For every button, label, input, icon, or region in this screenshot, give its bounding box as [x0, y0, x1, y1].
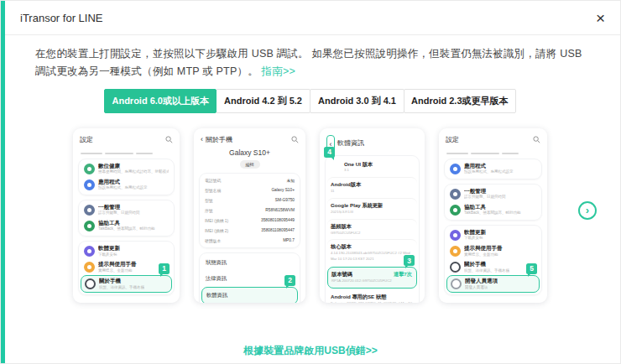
item-title: 關於手機: [464, 261, 509, 268]
list-item: 軟體更新下載及安裝: [446, 227, 540, 243]
about-nav-card: 狀態資訊 法律資訊 2 軟體資訊 電池資訊: [199, 252, 300, 303]
highlighted-build-number-row: 3 版本號碼 連擊7次 RP1A.200720.012.G9750ZCU5FUC…: [327, 267, 417, 289]
list-item: 協助工具TalkBack、螢幕閱讀器、輔助功能: [446, 202, 540, 218]
highlighted-software-info-row: 2 軟體資訊: [201, 287, 298, 303]
settings-group: 軟體更新下載及安裝 提示與使用手冊實用提示、全新功能 關於手機狀態、法律資訊、手…: [444, 225, 542, 295]
step-badge-4: 4: [324, 147, 335, 158]
guide-link[interactable]: 指南>>: [262, 65, 295, 77]
tab-android-2-3-earlier[interactable]: Android 2.3或更早版本: [404, 89, 516, 113]
apps-icon: [450, 164, 461, 174]
row-value: G9750ZCU5FUC2: [331, 231, 414, 236]
screenshot-software-info-step3: ‹ 軟體資訊 4 One UI 版本 3.1 Android版本 11 Goog…: [320, 128, 425, 303]
software-info-card: One UI 版本 3.1 Android版本 11 Google Play 系…: [325, 155, 420, 303]
device-name: Galaxy S10+: [199, 148, 300, 157]
software-row: Android版本 11: [327, 177, 417, 198]
item-title: 一般管理: [98, 204, 140, 211]
tap-seven-times-hint: 連擊7次: [394, 271, 412, 278]
info-value: R58N6158WVM: [265, 208, 295, 212]
item-title: 開發人員選項: [465, 278, 498, 285]
steps-carousel: 設定 數位健康螢幕使用時間、應用程式計時器、放鬆模式 應用程式預設應用程式、應用…: [1, 124, 620, 317]
item-title: 應用程式: [98, 179, 148, 186]
device-info-card: 電話號碼未知 型號名稱Galaxy S10+ 型號SM-G9750 序號R58N…: [199, 173, 300, 248]
row-title: Android版本: [331, 181, 414, 189]
item-subtitle: 螢幕使用時間、應用程式計時器、放鬆模式: [98, 169, 169, 174]
developer-options-icon: [451, 278, 462, 289]
dialog-title: iTransor for LINE: [20, 12, 103, 24]
android-version-tabs: Android 6.0或以上版本 Android 4.2 到 5.2 Andro…: [1, 89, 620, 113]
settings-group: 軟體更新下載及安裝 提示與使用手冊實用提示、全新功能 1 關於手機狀態、法律資訊…: [78, 241, 175, 295]
item-title: 軟體更新: [98, 245, 120, 252]
item-subtitle: 實用提示、全新功能: [98, 268, 137, 273]
enable-usb-by-brand-link[interactable]: 根據裝置品牌啟用USB偵錯>>: [243, 345, 377, 356]
row-title: Android 專用的SE 狀態: [331, 294, 414, 301]
settings-group: 一般管理語言與鍵盤、日期與時間 協助工具TalkBack、螢幕閱讀器、輔助功能: [78, 200, 175, 237]
info-label: 電話號碼: [205, 178, 221, 183]
screenshot-about-phone-step2: ‹ 關於手機 Galaxy S10+ 編輯 電話號碼未知 型號名稱Galaxy …: [194, 128, 305, 303]
info-row: 型號SM-G9750: [201, 195, 298, 205]
list-item: 一般管理語言與鍵盤、日期與時間: [446, 186, 540, 202]
item-subtitle: TalkBack、螢幕閱讀器、輔助功能: [464, 211, 521, 216]
edit-button: 編輯: [240, 160, 260, 169]
row-value: 4.14.190-21038343-abG9750ZCU5FUC2 #2 Wed…: [331, 251, 414, 261]
info-row: IMEI (插槽 2)358081108095447: [201, 226, 298, 236]
carousel-next-button[interactable]: ›: [578, 201, 597, 220]
info-row: 硬體版本MP0.7: [201, 236, 298, 246]
footer: 根據裝置品牌啟用USB偵錯>>: [1, 342, 620, 358]
search-icon: [165, 136, 173, 143]
row-value: RP1A.200720.012.G9750ZCU5FUC2: [331, 278, 413, 283]
list-item: 協助工具TalkBack、螢幕閱讀器、輔助功能: [81, 218, 172, 234]
settings-group: 應用程式預設應用程式、應用程式設定: [444, 159, 542, 179]
tab-android-3-0-to-4-1[interactable]: Android 3.0 到 4.1: [310, 89, 404, 113]
item-subtitle: 預設應用程式、應用程式設定: [464, 169, 514, 174]
close-icon[interactable]: ×: [596, 10, 605, 26]
instructions-text: 在您的裝置上打開設定，並按照以下步驟啟用 USB 調試。 如果您已按照說明操作，…: [35, 48, 582, 77]
info-label: IMEI (插槽 2): [205, 228, 228, 233]
info-row: IMEI (插槽 1)358080108095449: [201, 216, 298, 226]
info-label: 序號: [205, 208, 213, 213]
item-subtitle: 語言與鍵盤、日期與時間: [98, 211, 140, 216]
item-subtitle: 語言與鍵盤、日期與時間: [464, 195, 506, 200]
info-value: MP0.7: [283, 238, 295, 242]
item-title: 協助工具: [464, 204, 521, 211]
accessibility-icon: [84, 221, 95, 231]
highlighted-developer-options-row: 5 開發人員選項開發人員選項: [446, 275, 540, 293]
list-item: 一般管理語言與鍵盤、日期與時間: [81, 202, 172, 218]
row-value: 11: [331, 189, 414, 194]
item-title: 數位健康: [98, 163, 169, 170]
software-row: Android 專用的SE 狀態 Enforcing SEPF_SM-G9750…: [327, 290, 417, 303]
tab-android-6-plus[interactable]: Android 6.0或以上版本: [104, 89, 217, 113]
item-subtitle: TalkBack、螢幕閱讀器、輔助功能: [98, 226, 155, 231]
highlighted-about-phone-row: 1 關於手機狀態、法律資訊、手機名稱: [81, 275, 172, 293]
phone-header-title: 關於手機: [206, 135, 232, 144]
screenshot-settings-step5: 設定 應用程式預設應用程式、應用程式設定 一般管理語言與鍵盤、日期與時間 協助: [439, 128, 547, 303]
general-management-icon: [84, 205, 95, 216]
about-phone-icon: [450, 262, 461, 273]
nav-row: 法律資訊: [201, 271, 298, 287]
row-value: Enforcing SEPF_SM-G9750_11_0008 Wed Mar …: [331, 301, 414, 303]
search-icon: [533, 136, 540, 143]
item-subtitle: 實用提示、全新功能: [464, 252, 503, 257]
tips-icon: [450, 246, 461, 257]
screenshot-settings-step1: 設定 數位健康螢幕使用時間、應用程式計時器、放鬆模式 應用程式預設應用程式、應用…: [73, 128, 180, 303]
clipped-row: [81, 148, 172, 154]
item-title: 提示與使用手冊: [464, 245, 503, 252]
nav-label: 軟體資訊: [206, 292, 227, 298]
back-icon: ‹: [201, 136, 203, 143]
list-item: 數位健康螢幕使用時間、應用程式計時器、放鬆模式: [81, 161, 172, 177]
item-subtitle: 預設應用程式、應用程式設定: [98, 185, 148, 190]
row-title: One UI 版本: [344, 161, 414, 169]
row-title: Google Play 系統更新: [331, 202, 414, 210]
item-subtitle: 狀態、法律資訊、手機名稱: [99, 285, 144, 290]
info-label: IMEI (插槽 1): [205, 218, 228, 223]
step-badge-5: 5: [526, 263, 537, 274]
tab-android-4-2-to-5-2[interactable]: Android 4.2 到 5.2: [216, 89, 310, 113]
list-item: 軟體更新下載及安裝: [81, 243, 172, 259]
phone-header: 設定: [446, 135, 540, 144]
item-subtitle: 下載及安裝: [464, 236, 486, 241]
digital-wellbeing-icon: [84, 164, 95, 174]
tips-icon: [84, 262, 95, 273]
list-item: 應用程式預設應用程式、應用程式設定: [81, 177, 172, 193]
info-label: 型號名稱: [205, 188, 221, 193]
info-row: 型號名稱Galaxy S10+: [201, 185, 298, 195]
item-title: 提示與使用手冊: [98, 261, 137, 268]
